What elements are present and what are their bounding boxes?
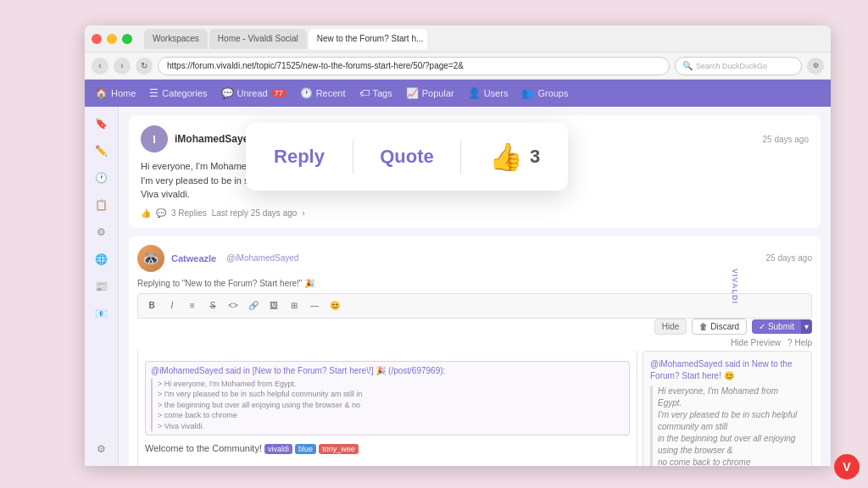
- quote-button[interactable]: Quote: [353, 123, 460, 191]
- categories-icon: ☰: [149, 87, 159, 99]
- nav-popular[interactable]: 📈 Popular: [406, 87, 454, 99]
- nav-categories[interactable]: ☰ Categories: [149, 87, 207, 99]
- navigation-bar: ‹ › ↻ https://forum.vivaldi.net/topic/71…: [85, 53, 831, 80]
- discard-button[interactable]: 🗑 Discard: [692, 319, 747, 335]
- hr-button[interactable]: —: [306, 297, 323, 314]
- extensions-button[interactable]: ⚙: [807, 58, 824, 75]
- popular-icon: 📈: [406, 87, 419, 99]
- sidebar-icon-4[interactable]: 📋: [92, 195, 112, 215]
- sidebar-icon-1[interactable]: 🔖: [92, 114, 112, 134]
- reply-editor[interactable]: @iMohamedSayed said in [New to the Forum…: [137, 351, 637, 467]
- submit-bar: Hide 🗑 Discard ✓ Submit ▾: [137, 319, 812, 335]
- reload-button[interactable]: ↻: [136, 58, 153, 75]
- replies-count: 3 Replies: [171, 208, 207, 218]
- unread-badge: 77: [271, 89, 287, 97]
- nav-tags-label: Tags: [373, 88, 392, 98]
- editor-toolbar: B I ≡ S <> 🔗 🖼 ⊞ — 😊: [137, 293, 812, 319]
- nav-categories-label: Categories: [162, 88, 207, 98]
- action-popup: Reply Quote 👍 3: [246, 123, 568, 191]
- reply-body: @iMohamedSayed said in [New to the Forum…: [137, 351, 812, 467]
- vivaldi-logo[interactable]: V: [834, 454, 860, 480]
- avatar-catweazle: 🦝: [137, 245, 164, 272]
- editor-blockquote: > Hi everyone, I'm Mohamed from Egypt. >…: [151, 379, 624, 432]
- groups-icon: 👥: [521, 87, 534, 99]
- pq-line3: in the beginning but over all enjoying u…: [658, 433, 804, 457]
- like-count: 3: [530, 146, 540, 168]
- editor-tag-blue: blue: [295, 444, 316, 454]
- nav-unread[interactable]: 💬 Unread 77: [221, 87, 287, 99]
- hide-preview-button[interactable]: Hide Preview: [731, 338, 781, 347]
- reply-button[interactable]: Reply: [246, 123, 353, 191]
- sidebar-icon-2[interactable]: ✏️: [92, 141, 112, 161]
- nav-home[interactable]: 🏠 Home: [95, 87, 136, 99]
- maximize-button[interactable]: [122, 34, 132, 44]
- nav-groups-label: Groups: [537, 88, 568, 98]
- submit-button[interactable]: ✓ Submit: [752, 319, 801, 334]
- vivaldi-side-label: VIVALDI: [731, 269, 739, 304]
- sidebar-icon-5[interactable]: ⚙: [92, 222, 112, 242]
- strikethrough-button[interactable]: S: [204, 297, 221, 314]
- nav-home-label: Home: [111, 88, 136, 98]
- nav-users[interactable]: 👤 Users: [468, 87, 509, 99]
- post-catweazle: 🦝 Catweazle @iMohamedSayed 25 days ago R…: [129, 236, 821, 467]
- back-button[interactable]: ‹: [92, 58, 108, 75]
- bq-line3: > the beginning but over all enjoying us…: [158, 400, 624, 411]
- close-button[interactable]: [92, 34, 102, 44]
- forward-button[interactable]: ›: [114, 58, 131, 75]
- nav-tags[interactable]: 🏷 Tags: [359, 87, 392, 99]
- sidebar-icon-7[interactable]: 📰: [92, 276, 112, 297]
- search-placeholder: Search DuckDuckGo: [696, 62, 767, 70]
- table-button[interactable]: ⊞: [286, 297, 303, 314]
- tab-bar: Workspaces Home - Vivaldi Social New to …: [144, 29, 824, 49]
- code-button[interactable]: <>: [225, 297, 242, 314]
- minimize-button[interactable]: [107, 34, 117, 44]
- unread-icon: 💬: [221, 87, 234, 99]
- pq-line2: I'm very pleased to be in such helpful c…: [658, 409, 804, 433]
- italic-button[interactable]: I: [164, 297, 181, 314]
- url-bar[interactable]: https://forum.vivaldi.net/topic/71525/ne…: [158, 57, 670, 75]
- quote-label: Quote: [380, 146, 434, 168]
- editor-welcome-text: Welcome to the Community! vivaldi blue t…: [145, 442, 630, 455]
- url-text: https://forum.vivaldi.net/topic/71525/ne…: [167, 61, 464, 70]
- help-button[interactable]: ? Help: [787, 338, 812, 347]
- replying-to-label: Replying to "New to the Forum? Start her…: [137, 279, 812, 288]
- pq-line1: Hi everyone, I'm Mohamed from Egypt.: [658, 385, 804, 409]
- editor-tag-tony: tony_wee: [319, 444, 359, 454]
- preview-smiley: 😊: [724, 371, 734, 380]
- preview-help-bar: Hide Preview ? Help: [137, 338, 812, 347]
- sidebar-icon-8[interactable]: 📧: [92, 303, 112, 324]
- tags-icon: 🏷: [359, 87, 370, 99]
- search-bar[interactable]: 🔍 Search DuckDuckGo: [675, 57, 802, 75]
- editor-quote-attribution: @iMohamedSayed said in [New to the Forum…: [151, 365, 624, 377]
- sidebar-icon-6[interactable]: 🌐: [92, 249, 112, 269]
- hide-button[interactable]: Hide: [654, 319, 687, 335]
- link-button[interactable]: 🔗: [245, 297, 262, 314]
- preview-quoted: Hi everyone, I'm Mohamed from Egypt. I'm…: [650, 385, 804, 467]
- tab-workspaces[interactable]: Workspaces: [144, 29, 208, 49]
- sidebar-icon-3[interactable]: 🕐: [92, 168, 112, 188]
- browser-window: Workspaces Home - Vivaldi Social New to …: [85, 25, 831, 466]
- home-icon: 🏠: [95, 87, 108, 99]
- nav-popular-label: Popular: [422, 88, 454, 98]
- left-sidebar: 🔖 ✏️ 🕐 📋 ⚙ 🌐 📰 📧 ⚙: [85, 107, 119, 466]
- bold-button[interactable]: B: [143, 297, 160, 314]
- trash-icon: 🗑: [699, 322, 708, 331]
- submit-arrow-button[interactable]: ▾: [801, 319, 812, 334]
- editor-tag-vivaldi: vivaldi: [264, 444, 292, 454]
- sidebar-settings-icon[interactable]: ⚙: [92, 439, 112, 459]
- bq-line2: > I'm very pleased to be in such helpful…: [158, 389, 624, 400]
- image-button[interactable]: 🖼: [265, 297, 282, 314]
- submit-group: ✓ Submit ▾: [752, 319, 812, 334]
- tab-vivaldi-social[interactable]: Home - Vivaldi Social: [209, 29, 307, 49]
- tab-forum-active[interactable]: New to the Forum? Start h...: [309, 29, 427, 49]
- like-button[interactable]: 👍 3: [461, 123, 568, 191]
- titlebar: Workspaces Home - Vivaldi Social New to …: [85, 25, 831, 53]
- last-reply: Last reply 25 days ago: [212, 208, 298, 218]
- nav-recent[interactable]: 🕐 Recent: [300, 87, 346, 99]
- nav-groups[interactable]: 👥 Groups: [521, 87, 568, 99]
- like-icon-small: 👍: [141, 208, 151, 218]
- list-button[interactable]: ≡: [184, 297, 201, 314]
- emoji-button[interactable]: 😊: [326, 297, 343, 314]
- replies-chevron[interactable]: ›: [302, 208, 304, 218]
- reply-label: Reply: [274, 146, 325, 168]
